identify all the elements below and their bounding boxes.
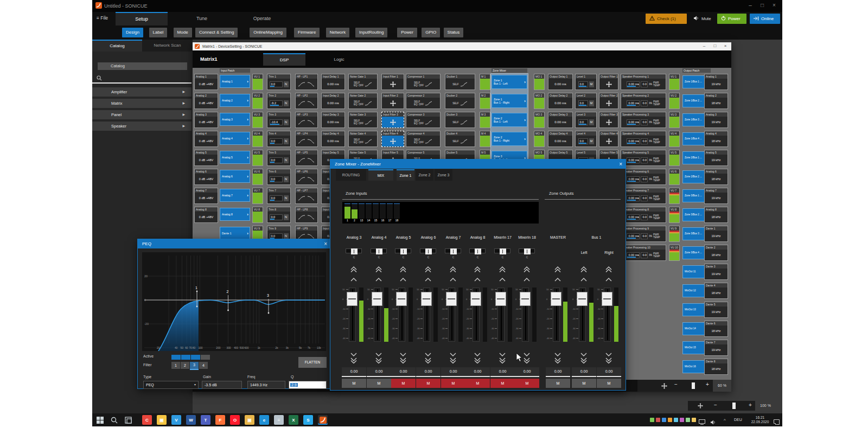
gain-value-box[interactable]: 0.00	[546, 367, 570, 377]
ribbon-button-design[interactable]: Design	[122, 28, 143, 37]
nudge-down-fast-icon[interactable]	[399, 356, 407, 362]
input-block-8[interactable]: Analog 80 dB+48V	[194, 207, 218, 223]
flatten-button[interactable]: FLATTEN	[298, 357, 327, 368]
zoom-slider[interactable]	[732, 403, 736, 409]
language-indicator[interactable]: DEU	[734, 418, 742, 422]
trim-invert-button[interactable]: N	[284, 119, 289, 125]
pan-slider[interactable]	[469, 248, 486, 253]
close-icon[interactable]: ×	[324, 239, 327, 248]
input-vu-meter-1[interactable]: VU 1	[252, 74, 263, 90]
speaker-processing-4[interactable]: Speaker Processing 40.00 ms0.0PAPWRTEMP	[621, 131, 666, 147]
ribbon-button-gpio[interactable]: GPIO	[422, 28, 440, 37]
maximize-button[interactable]: □	[758, 2, 766, 8]
trim-block-5[interactable]: Trim 50.0N	[267, 150, 291, 166]
type-dropdown[interactable]: PEQ▾	[143, 381, 199, 389]
sidebar-item-amplifier[interactable]: Amplifier▶	[92, 87, 192, 97]
input-block-6[interactable]: Analog 60 dB+48V	[194, 169, 218, 185]
filter-button-1[interactable]: 1	[171, 362, 180, 369]
fader-master[interactable]: 100-10-20-30-40	[546, 288, 570, 342]
mute-button-analog-4[interactable]: M	[367, 379, 391, 388]
zoom-in-icon[interactable]: +	[749, 403, 752, 408]
nudge-up-fast-icon[interactable]	[523, 265, 531, 271]
fader-analog-4[interactable]: 100-10-20-30-40	[367, 288, 391, 342]
tray-icon[interactable]	[674, 418, 678, 422]
input-patch-4[interactable]: Analog 4›	[220, 132, 250, 145]
ribbon-button-network[interactable]: Network	[326, 28, 349, 37]
post-mixer-meter-1[interactable]: MO 1	[534, 74, 545, 90]
output-delay-3[interactable]: Output Delay 30.00 ms	[548, 112, 573, 128]
fader-left[interactable]: 100-10-20-30-40	[572, 288, 596, 342]
speaker-processing-8[interactable]: Speaker Processing 80.00 ms0.0PAPWRTEMP	[621, 207, 666, 223]
output-filter-4[interactable]: Output Filter 4	[599, 131, 618, 147]
task-view-icon[interactable]	[125, 416, 132, 426]
pan-slider[interactable]	[346, 248, 362, 253]
taskbar-app-edge[interactable]: e	[259, 415, 269, 425]
volume-icon[interactable]	[711, 417, 717, 426]
tray-icon[interactable]	[662, 418, 666, 422]
output-vu-meter-6[interactable]: VU 6	[669, 169, 680, 185]
output-destination-14[interactable]: Dante 618 kHz	[704, 321, 728, 337]
ribbon-button-power[interactable]: Power	[397, 28, 417, 37]
nudge-up-fast-icon[interactable]	[424, 265, 432, 271]
filter-active-1[interactable]	[171, 355, 181, 360]
zoom-out-icon[interactable]: −	[714, 403, 717, 408]
input-block-2[interactable]: Analog 20 dB+48V	[194, 93, 218, 109]
fader-handle[interactable]	[602, 292, 612, 306]
sidebar-item-matrix[interactable]: Matrix▶	[92, 99, 192, 108]
input-block-4[interactable]: Analog 40 dB+48V	[194, 131, 218, 147]
fader-mixerin-17[interactable]: 100-10-20-30-40	[491, 288, 514, 342]
close-icon[interactable]: ×	[619, 159, 622, 169]
ribbon-button-connect-setting[interactable]: Connect & Setting	[195, 28, 238, 37]
hp-lp-filter-3[interactable]: HP - LP3	[295, 112, 318, 128]
sidebar-item-speaker[interactable]: Speaker▶	[92, 122, 192, 131]
gain-field[interactable]: -3.5 dB	[202, 381, 242, 389]
fader-handle[interactable]	[421, 292, 432, 306]
mute-button-right[interactable]: M	[597, 379, 621, 388]
level-block-2[interactable]: Level 20.0M	[575, 93, 597, 109]
trim-invert-button[interactable]: N	[284, 195, 289, 201]
ribbon-button-mode[interactable]: Mode	[174, 28, 192, 37]
level-mute-button[interactable]: M	[589, 119, 594, 125]
mixer-tab-zone-1[interactable]: Zone 1	[397, 169, 414, 181]
input-filter-3[interactable]: Input Filter 3	[381, 112, 404, 128]
ducker-4[interactable]: Ducker 4SELF	[445, 131, 475, 147]
trim-block-7[interactable]: Trim 70.0N	[267, 188, 291, 204]
input-vu-meter-6[interactable]: VU 6	[252, 169, 263, 185]
gain-value-box[interactable]: 0.00	[572, 367, 596, 377]
taskbar-app-sonicue[interactable]	[318, 415, 328, 425]
nudge-down-icon[interactable]	[399, 349, 407, 353]
ducker-2[interactable]: Ducker 2SELF	[445, 93, 475, 109]
mute-button-mixerin-17[interactable]: M	[490, 379, 515, 388]
gain-value-box[interactable]: 0.00	[367, 367, 391, 377]
taskbar-clock[interactable]: 16:21 22.09.2020	[749, 416, 771, 424]
nudge-down-fast-icon[interactable]	[449, 356, 457, 362]
hp-lp-filter-4[interactable]: HP - LP4	[295, 131, 318, 147]
mute-button-analog-6[interactable]: M	[416, 379, 441, 388]
taskbar-app-word[interactable]: W	[186, 415, 196, 425]
nudge-up-icon[interactable]	[580, 274, 588, 278]
level-mute-button[interactable]: M	[589, 81, 594, 87]
output-vu-meter-8[interactable]: VU 8	[669, 207, 680, 223]
fader-handle[interactable]	[446, 292, 457, 306]
nudge-down-fast-icon[interactable]	[499, 356, 506, 362]
mute-button-master[interactable]: M	[546, 379, 570, 388]
trim-invert-button[interactable]: N	[284, 138, 289, 144]
taskbar-app-vscode[interactable]: V	[171, 415, 181, 425]
nudge-up-icon[interactable]	[523, 274, 531, 278]
nudge-down-icon[interactable]	[424, 349, 432, 353]
input-patch-9[interactable]: Dante 1›	[220, 227, 250, 240]
nudge-down-fast-icon[interactable]	[605, 356, 612, 362]
output-delay-1[interactable]: Output Delay 10.00 ms	[548, 74, 573, 90]
ribbon-button-onlinemapping[interactable]: OnlineMapping	[250, 28, 286, 37]
trim-block-1[interactable]: Trim 10.0N	[267, 74, 291, 90]
speaker-processing-10[interactable]: Speaker Processing 100.00 ms0.0PAPWRTEMP	[621, 245, 666, 261]
output-destination-10[interactable]: Dante 218 kHz	[704, 245, 728, 261]
trim-block-3[interactable]: Trim 3-10.4N	[267, 112, 291, 128]
tray-icon[interactable]	[692, 418, 696, 422]
input-block-3[interactable]: Analog 30 dB+48V	[194, 112, 218, 128]
mute-button[interactable]: Mute	[690, 14, 714, 24]
taskbar-app-file-explorer[interactable]: ▣	[157, 415, 167, 425]
taskbar-app-excel[interactable]: X	[289, 415, 298, 425]
fader-handle[interactable]	[396, 292, 407, 306]
zoom-slider[interactable]	[692, 382, 695, 389]
